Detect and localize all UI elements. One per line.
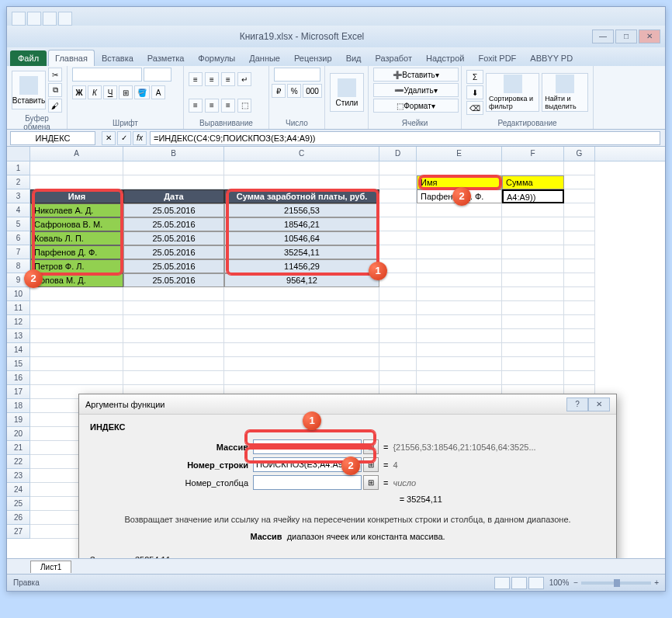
cell[interactable] [502,343,564,357]
cut-icon[interactable]: ✂ [48,68,62,82]
cell[interactable] [417,259,502,273]
row-header[interactable]: 2 [7,175,30,189]
close-button[interactable]: ✕ [639,30,660,43]
select-all-corner[interactable] [7,147,30,161]
tab-formulas[interactable]: Формулы [191,50,242,66]
cell[interactable]: 35254,11 [224,245,379,259]
row-header[interactable]: 1 [7,161,30,175]
cell[interactable]: 25.05.2016 [123,217,224,231]
row-header[interactable]: 15 [7,357,30,371]
cell[interactable]: Попова М. Д. [30,273,123,287]
cell[interactable] [502,273,564,287]
save-icon[interactable] [27,12,41,26]
name-box[interactable]: ИНДЕКС [10,131,95,145]
cell[interactable] [123,329,224,343]
align-center-icon[interactable]: ≡ [205,99,219,113]
insert-cells-button[interactable]: ➕ Вставить ▾ [373,68,459,82]
format-cells-button[interactable]: ⬚ Формат ▾ [373,99,459,113]
cell[interactable] [379,329,417,343]
cell[interactable] [417,343,502,357]
cell[interactable] [564,259,595,273]
cell[interactable] [502,231,564,245]
cell[interactable] [379,287,417,301]
cell[interactable] [502,329,564,343]
cell[interactable] [224,357,379,371]
align-bottom-icon[interactable]: ≡ [221,72,235,86]
align-right-icon[interactable]: ≡ [221,99,235,113]
cell[interactable] [502,315,564,329]
row-header[interactable]: 4 [7,203,30,217]
row-header[interactable]: 19 [7,413,30,427]
col-d[interactable]: D [379,147,417,161]
col-a[interactable]: A [30,147,123,161]
cell[interactable] [502,287,564,301]
format-painter-icon[interactable]: 🖌 [48,99,62,113]
cell[interactable]: Коваль Л. П. [30,231,123,245]
row-header[interactable]: 25 [7,497,30,511]
excel-icon[interactable] [12,12,26,26]
row-header[interactable]: 24 [7,483,30,497]
cell[interactable] [379,231,417,245]
cell[interactable] [224,315,379,329]
cell[interactable]: 9564,12 [224,273,379,287]
cell[interactable] [379,189,417,203]
row-header[interactable]: 6 [7,231,30,245]
currency-icon[interactable]: ₽ [272,84,286,98]
enter-formula-icon[interactable]: ✓ [117,131,131,145]
row-header[interactable]: 13 [7,329,30,343]
row-header[interactable]: 14 [7,343,30,357]
row-header[interactable]: 10 [7,287,30,301]
cell[interactable] [417,371,502,385]
autosum-icon[interactable]: Σ [466,70,483,84]
cell[interactable] [564,287,595,301]
dialog-titlebar[interactable]: Аргументы функции ? ✕ [79,394,616,415]
cell[interactable]: Сафронова В. М. [30,217,123,231]
cell[interactable] [564,273,595,287]
cell[interactable] [417,287,502,301]
col-g[interactable]: G [564,147,595,161]
border-button[interactable]: ⊞ [119,85,133,99]
cell[interactable] [564,217,595,231]
cell[interactable] [224,329,379,343]
font-color-button[interactable]: A [151,85,165,99]
align-middle-icon[interactable]: ≡ [205,72,219,86]
tab-review[interactable]: Рецензир [287,50,339,66]
tab-foxit[interactable]: Foxit PDF [471,50,523,66]
cell[interactable]: 11456,29 [224,259,379,273]
zoom-slider[interactable] [581,582,651,585]
fill-color-button[interactable]: 🪣 [134,85,150,99]
cell[interactable] [417,315,502,329]
cell[interactable] [30,161,123,175]
cell[interactable] [30,329,123,343]
percent-icon[interactable]: % [287,84,301,98]
cell[interactable]: 25.05.2016 [123,245,224,259]
cell[interactable] [379,175,417,189]
cell[interactable] [379,371,417,385]
cell[interactable] [417,231,502,245]
row-header[interactable]: 16 [7,371,30,385]
cell[interactable]: 25.05.2016 [123,259,224,273]
cell[interactable] [502,245,564,259]
tab-layout[interactable]: Разметка [140,50,192,66]
cell[interactable] [123,161,224,175]
col-f[interactable]: F [502,147,564,161]
cell[interactable]: A4:A9)) [502,189,564,203]
undo-icon[interactable] [43,12,57,26]
row-header[interactable]: 17 [7,385,30,399]
cell[interactable]: 21556,53 [224,203,379,217]
row-header[interactable]: 7 [7,245,30,259]
cell[interactable] [123,175,224,189]
cell[interactable] [224,287,379,301]
cell[interactable] [224,301,379,315]
cell[interactable]: Сумма заработной платы, руб. [224,189,379,203]
cell[interactable] [564,315,595,329]
tab-view[interactable]: Вид [339,50,369,66]
cancel-formula-icon[interactable]: ✕ [102,131,116,145]
formula-bar[interactable]: =ИНДЕКС(C4:C9;ПОИСКПОЗ(E3;A4:A9)) [150,131,660,145]
row-header[interactable]: 20 [7,427,30,441]
cell[interactable] [502,217,564,231]
view-layout-icon[interactable] [511,577,527,589]
number-format[interactable] [274,68,320,82]
cell[interactable] [30,175,123,189]
cell[interactable] [564,357,595,371]
